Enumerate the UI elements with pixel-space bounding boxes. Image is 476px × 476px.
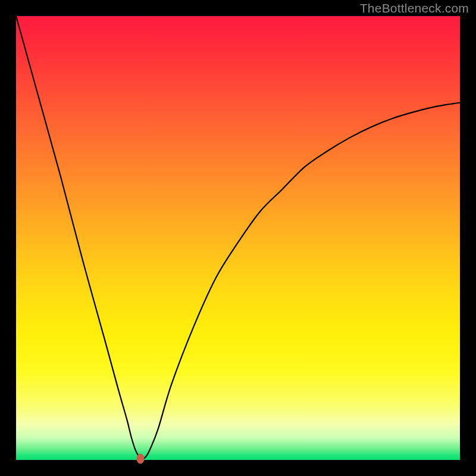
bottleneck-curve	[16, 16, 460, 460]
curve-path	[16, 16, 460, 459]
optimal-point-marker	[136, 453, 144, 464]
chart-frame: TheBottleneck.com	[0, 0, 476, 476]
watermark-text: TheBottleneck.com	[360, 1, 469, 15]
plot-area	[16, 16, 460, 460]
